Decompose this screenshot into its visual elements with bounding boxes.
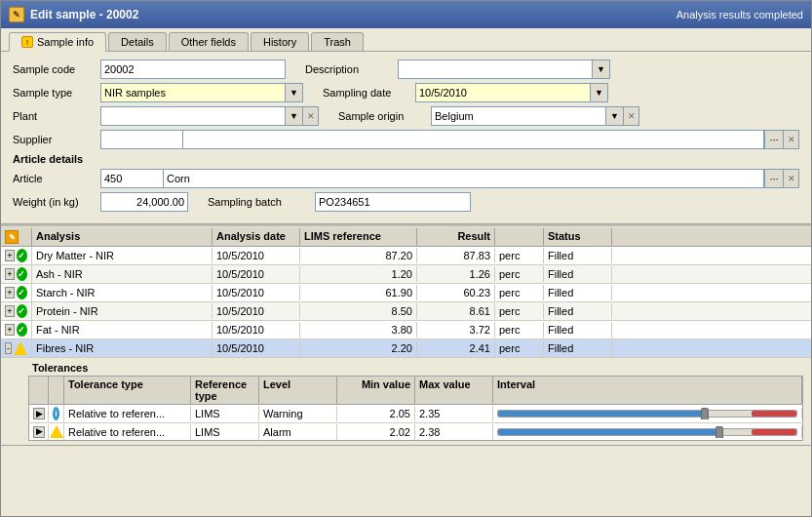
tol-type-2: Relative to referen... <box>64 424 191 440</box>
td-uom-4: perc <box>495 303 544 319</box>
slider-thumb-1[interactable] <box>701 408 709 419</box>
td-uom-6: perc <box>495 340 544 356</box>
slider-thumb-2[interactable] <box>715 426 723 438</box>
td-uom-1: perc <box>495 248 544 263</box>
title-bar: ✎ Edit sample - 20002 Analysis results c… <box>1 1 811 28</box>
form-section: Sample code Description ▼ Sample type ▼ … <box>1 52 811 223</box>
tab-history[interactable]: History <box>251 32 309 51</box>
plant-input[interactable] <box>100 106 286 126</box>
plant-dropdown-btn[interactable]: ▼ <box>286 106 303 126</box>
description-input[interactable] <box>398 60 593 79</box>
slider-fill-red-1 <box>752 411 796 417</box>
sample-type-input[interactable] <box>100 83 286 102</box>
td-lims-6: 2.20 <box>300 340 417 356</box>
sample-origin-clear-btn[interactable]: ✕ <box>624 106 639 126</box>
sampling-date-dropdown-btn[interactable]: ▼ <box>591 83 608 102</box>
article-details-header: Article details <box>13 153 799 165</box>
plant-clear-btn[interactable]: ✕ <box>303 106 319 126</box>
td-lims-1: 87.20 <box>300 248 417 263</box>
article-dots-btn[interactable]: ··· <box>764 169 784 188</box>
tolerances-container: Tolerances Tolerance type Reference type… <box>1 358 811 446</box>
td-check-5: + ✓ <box>1 321 32 338</box>
sample-origin-dropdown-btn[interactable]: ▼ <box>606 106 624 126</box>
status-icon-2: ✓ <box>17 267 27 281</box>
tab-other-fields[interactable]: Other fields <box>169 32 249 51</box>
row-article: Article ··· ✕ <box>13 169 799 188</box>
sample-origin-input[interactable] <box>431 106 606 126</box>
tol-th-expand <box>49 377 64 404</box>
th-status: Status <box>544 228 612 246</box>
row-sample-type: Sample type ▼ Sampling date ▼ <box>13 83 799 102</box>
tol-interval-2 <box>493 426 802 438</box>
td-date-4: 10/5/2010 <box>213 303 300 319</box>
sampling-date-input[interactable] <box>415 83 591 102</box>
tolerance-row-1: ▶ i Relative to referen... LIMS Warning … <box>28 405 803 423</box>
description-dropdown-btn[interactable]: ▼ <box>593 60 610 79</box>
sampling-date-field: ▼ <box>415 83 608 102</box>
td-analysis-1: Dry Matter - NIR <box>32 248 213 263</box>
supplier-label: Supplier <box>13 134 100 145</box>
article-number-input[interactable] <box>100 169 164 188</box>
tol-th-reftype: Reference type <box>191 377 259 404</box>
tab-sample-info[interactable]: ! Sample info <box>9 32 106 52</box>
expand-btn-4[interactable]: + <box>5 305 15 317</box>
warn-triangle-icon <box>50 425 63 438</box>
tab-trash[interactable]: Trash <box>311 32 364 51</box>
plant-field: ▼ ✕ <box>100 106 319 126</box>
td-check-1: + ✓ <box>1 247 32 264</box>
expand-btn-6[interactable]: - <box>5 342 12 354</box>
td-analysis-6: Fibres - NIR <box>32 340 213 356</box>
th-uom <box>495 228 544 246</box>
sample-type-field: ▼ <box>100 83 303 102</box>
article-clear-btn[interactable]: ✕ <box>784 169 799 188</box>
tol-th-type: Tolerance type <box>64 377 191 404</box>
td-date-2: 10/5/2010 <box>213 266 300 282</box>
tab-details[interactable]: Details <box>108 32 167 51</box>
expand-btn-5[interactable]: + <box>5 324 15 336</box>
expand-btn-3[interactable]: + <box>5 287 15 298</box>
tol-expand-2: ▶ <box>29 424 49 440</box>
row-supplier: Supplier ··· ✕ <box>13 130 799 149</box>
tol-th-minval: Min value <box>337 377 415 404</box>
info-icon-1: i <box>53 407 59 420</box>
table-row: + ✓ Ash - NIR 10/5/2010 1.20 1.26 perc F… <box>1 265 811 284</box>
tolerances-header: Tolerance type Reference type Level Min … <box>28 376 803 405</box>
tol-expand-btn-1[interactable]: ▶ <box>33 408 45 419</box>
window-title: Edit sample - 20002 <box>30 8 138 21</box>
supplier-clear-btn[interactable]: ✕ <box>784 130 799 149</box>
expand-btn-2[interactable]: + <box>5 268 15 280</box>
weight-input[interactable] <box>100 192 188 212</box>
title-bar-left: ✎ Edit sample - 20002 <box>9 7 138 22</box>
table-body: + ✓ Dry Matter - NIR 10/5/2010 87.20 87.… <box>1 247 811 516</box>
sample-origin-group: Sample origin ▼ ✕ <box>338 106 639 126</box>
td-analysis-5: Fat - NIR <box>32 322 213 338</box>
th-check: ✎ <box>1 228 32 246</box>
status-icon-4: ✓ <box>17 304 27 318</box>
tol-expand-btn-2[interactable]: ▶ <box>33 426 45 438</box>
warn-icon-tab: ! <box>21 36 33 48</box>
tol-th-interval: Interval <box>493 377 802 404</box>
td-lims-4: 8.50 <box>300 303 417 319</box>
sampling-date-label: Sampling date <box>323 87 415 99</box>
th-result: Result <box>417 228 495 246</box>
tol-icon-1: i <box>49 405 64 422</box>
weight-label: Weight (in kg) <box>13 196 100 208</box>
sample-code-input[interactable] <box>100 60 286 79</box>
supplier-input2[interactable] <box>183 130 764 149</box>
sampling-batch-input[interactable] <box>315 192 471 212</box>
td-status-1: Filled <box>544 248 612 263</box>
sample-type-dropdown-btn[interactable]: ▼ <box>286 83 303 102</box>
td-result-4: 8.61 <box>417 303 495 319</box>
status-icon-5: ✓ <box>17 323 27 337</box>
sampling-batch-group: Sampling batch <box>208 192 471 212</box>
supplier-input1[interactable] <box>100 130 183 149</box>
td-result-1: 87.83 <box>417 248 495 263</box>
status-icon-3: ✓ <box>17 286 27 299</box>
td-date-5: 10/5/2010 <box>213 322 300 338</box>
td-uom-3: perc <box>495 285 544 300</box>
article-name-input[interactable] <box>164 169 764 188</box>
header-icon: ✎ <box>5 230 19 244</box>
expand-btn-1[interactable]: + <box>5 250 15 261</box>
supplier-dots-btn[interactable]: ··· <box>764 130 784 149</box>
td-analysis-2: Ash - NIR <box>32 266 213 282</box>
